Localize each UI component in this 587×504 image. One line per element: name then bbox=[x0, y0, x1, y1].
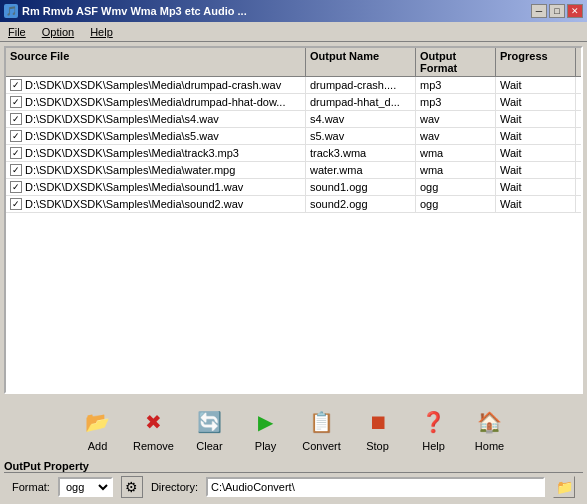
cell-source: D:\SDK\DXSDK\Samples\Media\s5.wav bbox=[6, 128, 306, 144]
row-checkbox[interactable] bbox=[10, 130, 22, 142]
stop-icon: ⏹ bbox=[362, 406, 394, 438]
cell-progress: Wait bbox=[496, 179, 576, 195]
row-checkbox[interactable] bbox=[10, 79, 22, 91]
convert-label: Convert bbox=[302, 440, 341, 452]
table-row[interactable]: D:\SDK\DXSDK\Samples\Media\drumpad-crash… bbox=[6, 77, 581, 94]
cell-output: drumpad-hhat_d... bbox=[306, 94, 416, 110]
cell-progress: Wait bbox=[496, 128, 576, 144]
row-checkbox[interactable] bbox=[10, 164, 22, 176]
row-checkbox[interactable] bbox=[10, 113, 22, 125]
cell-format: ogg bbox=[416, 196, 496, 212]
cell-output: water.wma bbox=[306, 162, 416, 178]
menu-file[interactable]: File bbox=[4, 25, 30, 39]
add-icon: 📂 bbox=[82, 406, 114, 438]
cell-source: D:\SDK\DXSDK\Samples\Media\track3.mp3 bbox=[6, 145, 306, 161]
table-row[interactable]: D:\SDK\DXSDK\Samples\Media\drumpad-hhat-… bbox=[6, 94, 581, 111]
cell-format: mp3 bbox=[416, 77, 496, 93]
window-title: Rm Rmvb ASF Wmv Wma Mp3 etc Audio ... bbox=[22, 5, 247, 17]
help-icon: ❓ bbox=[418, 406, 450, 438]
col-format: Output Format bbox=[416, 48, 496, 76]
play-button[interactable]: ▶ Play bbox=[240, 403, 292, 455]
menu-help[interactable]: Help bbox=[86, 25, 117, 39]
cell-progress: Wait bbox=[496, 196, 576, 212]
gear-button[interactable]: ⚙ bbox=[121, 476, 143, 498]
home-label: Home bbox=[475, 440, 504, 452]
window: 🎵 Rm Rmvb ASF Wmv Wma Mp3 etc Audio ... … bbox=[0, 0, 587, 504]
remove-button[interactable]: ✖ Remove bbox=[128, 403, 180, 455]
table-row[interactable]: D:\SDK\DXSDK\Samples\Media\sound1.wav so… bbox=[6, 179, 581, 196]
title-bar-left: 🎵 Rm Rmvb ASF Wmv Wma Mp3 etc Audio ... bbox=[4, 4, 247, 18]
table-row[interactable]: D:\SDK\DXSDK\Samples\Media\water.mpg wat… bbox=[6, 162, 581, 179]
cell-output: s5.wav bbox=[306, 128, 416, 144]
table-row[interactable]: D:\SDK\DXSDK\Samples\Media\sound2.wav so… bbox=[6, 196, 581, 213]
table-row[interactable]: D:\SDK\DXSDK\Samples\Media\track3.mp3 tr… bbox=[6, 145, 581, 162]
menu-bar: File Option Help bbox=[0, 22, 587, 42]
row-checkbox[interactable] bbox=[10, 198, 22, 210]
col-progress: Progress bbox=[496, 48, 576, 76]
cell-source: D:\SDK\DXSDK\Samples\Media\water.mpg bbox=[6, 162, 306, 178]
cell-output: drumpad-crash.... bbox=[306, 77, 416, 93]
toolbar: 📂 Add ✖ Remove 🔄 Clear ▶ Play 📋 Convert … bbox=[4, 398, 583, 460]
cell-output: s4.wav bbox=[306, 111, 416, 127]
table-body: D:\SDK\DXSDK\Samples\Media\drumpad-crash… bbox=[6, 77, 581, 394]
cell-progress: Wait bbox=[496, 94, 576, 110]
browse-button[interactable]: 📁 bbox=[553, 476, 575, 498]
convert-button[interactable]: 📋 Convert bbox=[296, 403, 348, 455]
cell-output: sound1.ogg bbox=[306, 179, 416, 195]
cell-format: wma bbox=[416, 145, 496, 161]
remove-icon: ✖ bbox=[138, 406, 170, 438]
minimize-button[interactable]: ─ bbox=[531, 4, 547, 18]
bottom-bar: Format: mp3wavwmaoggaac ⚙ Directory: 📁 bbox=[4, 472, 583, 500]
format-select[interactable]: mp3wavwmaoggaac bbox=[58, 477, 113, 497]
play-icon: ▶ bbox=[250, 406, 282, 438]
maximize-button[interactable]: □ bbox=[549, 4, 565, 18]
cell-progress: Wait bbox=[496, 145, 576, 161]
title-buttons: ─ □ ✕ bbox=[531, 4, 583, 18]
col-source: Source File bbox=[6, 48, 306, 76]
cell-source: D:\SDK\DXSDK\Samples\Media\s4.wav bbox=[6, 111, 306, 127]
row-checkbox[interactable] bbox=[10, 147, 22, 159]
col-output: Output Name bbox=[306, 48, 416, 76]
cell-format: ogg bbox=[416, 179, 496, 195]
clear-button[interactable]: 🔄 Clear bbox=[184, 403, 236, 455]
directory-label: Directory: bbox=[151, 481, 198, 493]
cell-progress: Wait bbox=[496, 162, 576, 178]
clear-label: Clear bbox=[196, 440, 222, 452]
convert-icon: 📋 bbox=[306, 406, 338, 438]
cell-source: D:\SDK\DXSDK\Samples\Media\drumpad-crash… bbox=[6, 77, 306, 93]
row-checkbox[interactable] bbox=[10, 96, 22, 108]
cell-format: wav bbox=[416, 128, 496, 144]
home-button[interactable]: 🏠 Home bbox=[464, 403, 516, 455]
cell-output: track3.wma bbox=[306, 145, 416, 161]
help-button[interactable]: ❓ Help bbox=[408, 403, 460, 455]
table-row[interactable]: D:\SDK\DXSDK\Samples\Media\s4.wav s4.wav… bbox=[6, 111, 581, 128]
directory-input[interactable] bbox=[206, 477, 545, 497]
output-property-row: OutPut Property bbox=[4, 460, 583, 472]
format-label: Format: bbox=[12, 481, 50, 493]
stop-button[interactable]: ⏹ Stop bbox=[352, 403, 404, 455]
add-button[interactable]: 📂 Add bbox=[72, 403, 124, 455]
cell-format: mp3 bbox=[416, 94, 496, 110]
help-label: Help bbox=[422, 440, 445, 452]
table-header: Source File Output Name Output Format Pr… bbox=[6, 48, 581, 77]
cell-output: sound2.ogg bbox=[306, 196, 416, 212]
play-label: Play bbox=[255, 440, 276, 452]
output-property-label: OutPut Property bbox=[4, 460, 89, 472]
row-checkbox[interactable] bbox=[10, 181, 22, 193]
menu-option[interactable]: Option bbox=[38, 25, 78, 39]
home-icon: 🏠 bbox=[474, 406, 506, 438]
file-table: Source File Output Name Output Format Pr… bbox=[4, 46, 583, 394]
cell-source: D:\SDK\DXSDK\Samples\Media\sound1.wav bbox=[6, 179, 306, 195]
cell-source: D:\SDK\DXSDK\Samples\Media\sound2.wav bbox=[6, 196, 306, 212]
title-bar: 🎵 Rm Rmvb ASF Wmv Wma Mp3 etc Audio ... … bbox=[0, 0, 587, 22]
stop-label: Stop bbox=[366, 440, 389, 452]
clear-icon: 🔄 bbox=[194, 406, 226, 438]
close-button[interactable]: ✕ bbox=[567, 4, 583, 18]
main-content: Source File Output Name Output Format Pr… bbox=[0, 42, 587, 504]
cell-progress: Wait bbox=[496, 111, 576, 127]
cell-source: D:\SDK\DXSDK\Samples\Media\drumpad-hhat-… bbox=[6, 94, 306, 110]
cell-format: wav bbox=[416, 111, 496, 127]
app-icon: 🎵 bbox=[4, 4, 18, 18]
table-row[interactable]: D:\SDK\DXSDK\Samples\Media\s5.wav s5.wav… bbox=[6, 128, 581, 145]
cell-format: wma bbox=[416, 162, 496, 178]
